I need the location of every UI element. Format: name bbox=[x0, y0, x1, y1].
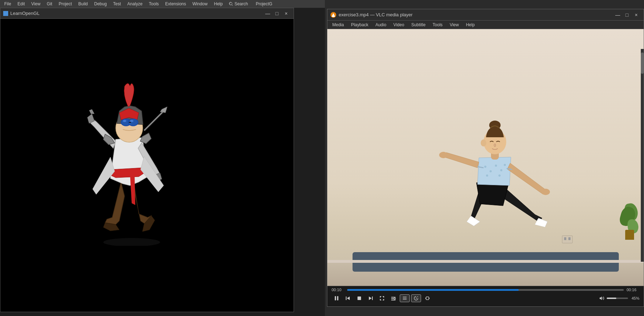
plant bbox=[619, 200, 640, 261]
vlc-window-title: exercise3.mp4 — VLC media player bbox=[339, 12, 613, 17]
svg-point-14 bbox=[500, 169, 502, 171]
stop-button[interactable] bbox=[354, 294, 364, 303]
controls-row: 45% bbox=[331, 294, 640, 303]
vlc-video-area[interactable] bbox=[327, 29, 644, 286]
record-button[interactable] bbox=[422, 294, 432, 303]
vlc-menu-view[interactable]: View bbox=[447, 22, 462, 28]
svg-rect-26 bbox=[346, 296, 346, 300]
svg-rect-36 bbox=[403, 298, 407, 298]
ide-menu-analyze[interactable]: Analyze bbox=[125, 1, 146, 7]
vlc-menu-playback[interactable]: Playback bbox=[348, 22, 371, 28]
skip-forward-button[interactable] bbox=[366, 294, 376, 303]
svg-rect-31 bbox=[391, 297, 395, 298]
ide-menu-git[interactable]: Git bbox=[44, 1, 55, 7]
vlc-menu-video[interactable]: Video bbox=[391, 22, 407, 28]
ide-menu-extensions[interactable]: Extensions bbox=[162, 1, 189, 7]
svg-point-22 bbox=[489, 121, 501, 130]
ide-menu-debug[interactable]: Debug bbox=[91, 1, 109, 7]
svg-line-7 bbox=[144, 111, 164, 131]
svg-point-5 bbox=[123, 120, 126, 122]
vlc-scrollbar[interactable] bbox=[641, 49, 644, 262]
volume-control: 45% bbox=[599, 295, 639, 301]
pause-button[interactable] bbox=[332, 294, 342, 303]
volume-fill bbox=[607, 298, 616, 299]
svg-point-15 bbox=[504, 164, 506, 166]
ide-menu-project[interactable]: Project bbox=[56, 1, 75, 7]
svg-point-23 bbox=[481, 139, 486, 146]
exercise-person bbox=[425, 80, 560, 265]
volume-slider[interactable] bbox=[607, 298, 628, 299]
ide-menu-test[interactable]: Test bbox=[110, 1, 124, 7]
svg-point-16 bbox=[486, 174, 488, 177]
ide-window-icon bbox=[3, 11, 8, 16]
exercise-scene bbox=[327, 29, 644, 286]
character-display bbox=[54, 68, 203, 246]
svg-rect-10 bbox=[332, 16, 334, 17]
svg-point-0 bbox=[103, 238, 160, 246]
vlc-menu-audio[interactable]: Audio bbox=[372, 22, 389, 28]
vlc-menu-tools[interactable]: Tools bbox=[430, 22, 446, 28]
ide-menu-search[interactable]: Search bbox=[226, 1, 251, 7]
svg-marker-27 bbox=[347, 296, 350, 300]
ide-menu-projectg[interactable]: ProjectG bbox=[253, 1, 275, 7]
ide-menubar: File Edit View Git Project Build Debug T… bbox=[0, 0, 325, 8]
ide-menu-edit[interactable]: Edit bbox=[15, 1, 28, 7]
ide-menu-window[interactable]: Window bbox=[190, 1, 211, 7]
svg-point-6 bbox=[130, 120, 133, 122]
svg-rect-28 bbox=[358, 296, 361, 300]
ide-menu-help[interactable]: Help bbox=[211, 1, 226, 7]
svg-point-18 bbox=[439, 152, 448, 158]
ide-window-title: LearnOpenGL bbox=[10, 11, 263, 16]
svg-rect-35 bbox=[403, 297, 407, 297]
skip-back-button[interactable] bbox=[343, 294, 353, 303]
ide-menu-build[interactable]: Build bbox=[76, 1, 91, 7]
ide-menu-view[interactable]: View bbox=[28, 1, 43, 7]
svg-point-11 bbox=[484, 166, 486, 168]
ide-opengl-canvas bbox=[0, 19, 294, 312]
svg-rect-34 bbox=[391, 300, 395, 300]
svg-rect-29 bbox=[372, 296, 373, 300]
svg-marker-30 bbox=[369, 296, 372, 300]
svg-point-19 bbox=[541, 189, 550, 195]
vlc-menubar: Media Playback Audio Video Subtitle Tool… bbox=[327, 21, 644, 29]
svg-rect-24 bbox=[335, 296, 336, 300]
wall-outlet bbox=[562, 235, 573, 243]
vlc-controls-bar: 00:10 00:16 bbox=[327, 286, 644, 306]
ide-menu-tools[interactable]: Tools bbox=[146, 1, 162, 7]
svg-rect-25 bbox=[337, 296, 339, 300]
ide-titlebar: LearnOpenGL — □ × bbox=[0, 8, 294, 19]
svg-marker-38 bbox=[417, 296, 418, 298]
vlc-menu-media[interactable]: Media bbox=[329, 22, 347, 28]
vlc-window: exercise3.mp4 — VLC media player — □ × M… bbox=[327, 9, 644, 307]
vlc-minimize-button[interactable]: — bbox=[613, 11, 622, 19]
svg-point-33 bbox=[394, 298, 395, 299]
ide-close-button[interactable]: × bbox=[282, 10, 291, 17]
svg-point-17 bbox=[498, 174, 501, 177]
playlist-button[interactable] bbox=[400, 294, 410, 302]
sync-button[interactable] bbox=[411, 294, 421, 302]
extended-controls-button[interactable] bbox=[388, 294, 398, 303]
volume-icon bbox=[599, 295, 605, 301]
vlc-maximize-button[interactable]: □ bbox=[622, 11, 632, 19]
svg-rect-32 bbox=[391, 298, 394, 299]
vlc-close-button[interactable]: × bbox=[632, 11, 641, 19]
vlc-logo-icon bbox=[330, 12, 337, 18]
progress-fill bbox=[347, 289, 519, 291]
ide-minimize-button[interactable]: — bbox=[263, 10, 272, 17]
ide-menu-file[interactable]: File bbox=[1, 1, 14, 7]
svg-point-12 bbox=[490, 170, 492, 172]
vlc-titlebar: exercise3.mp4 — VLC media player — □ × bbox=[327, 9, 644, 21]
ide-window: LearnOpenGL — □ × bbox=[0, 8, 294, 312]
progress-track[interactable] bbox=[347, 289, 624, 291]
svg-point-13 bbox=[495, 165, 497, 167]
vlc-menu-subtitle[interactable]: Subtitle bbox=[409, 22, 429, 28]
vlc-menu-help[interactable]: Help bbox=[463, 22, 477, 28]
fullscreen-button[interactable] bbox=[377, 294, 387, 303]
vlc-scrollbar-thumb[interactable] bbox=[641, 52, 644, 74]
progress-bar-container: 00:10 00:16 bbox=[331, 288, 640, 292]
time-current: 00:10 bbox=[332, 288, 344, 292]
svg-rect-37 bbox=[403, 299, 407, 300]
volume-percentage: 45% bbox=[632, 296, 639, 300]
ide-maximize-button[interactable]: □ bbox=[272, 10, 282, 17]
time-total: 00:16 bbox=[627, 288, 639, 292]
